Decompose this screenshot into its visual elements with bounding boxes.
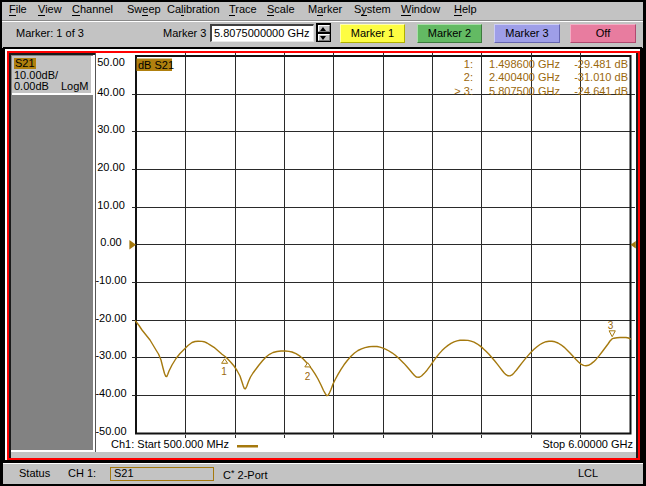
svg-text:2:: 2: — [464, 71, 473, 83]
svg-text:2: 2 — [305, 371, 311, 382]
svg-text:-50.00: -50.00 — [95, 425, 126, 437]
svg-text:1.498600 GHz: 1.498600 GHz — [489, 58, 560, 70]
svg-text:> 3:: > 3: — [454, 85, 473, 97]
svg-text:2.400400 GHz: 2.400400 GHz — [489, 71, 560, 83]
svg-text:30.00: 30.00 — [97, 123, 125, 135]
svg-text:5.807500 GHz: 5.807500 GHz — [489, 85, 560, 97]
svg-text:1: 1 — [221, 366, 227, 377]
svg-text:40.00: 40.00 — [97, 86, 125, 98]
svg-text:Stop 6.00000 GHz: Stop 6.00000 GHz — [542, 438, 633, 450]
svg-text:0.00: 0.00 — [100, 236, 121, 248]
svg-text:20.00: 20.00 — [97, 161, 125, 173]
svg-text:Ch1: Start 500.000 MHz: Ch1: Start 500.000 MHz — [111, 438, 229, 450]
svg-text:-29.481 dB: -29.481 dB — [574, 58, 628, 70]
svg-text:50.00: 50.00 — [97, 56, 125, 68]
svg-text:-31.010 dB: -31.010 dB — [574, 71, 628, 83]
svg-text:3: 3 — [608, 320, 614, 331]
svg-text:-10.00: -10.00 — [95, 274, 126, 286]
svg-text:1:: 1: — [464, 58, 473, 70]
svg-text:10.00: 10.00 — [97, 199, 125, 211]
svg-text:-40.00: -40.00 — [95, 387, 126, 399]
svg-text:-20.00: -20.00 — [95, 312, 126, 324]
svg-text:dB S21: dB S21 — [138, 59, 174, 71]
svg-text:-24.641 dB: -24.641 dB — [574, 85, 628, 97]
svg-text:-30.00: -30.00 — [95, 349, 126, 361]
